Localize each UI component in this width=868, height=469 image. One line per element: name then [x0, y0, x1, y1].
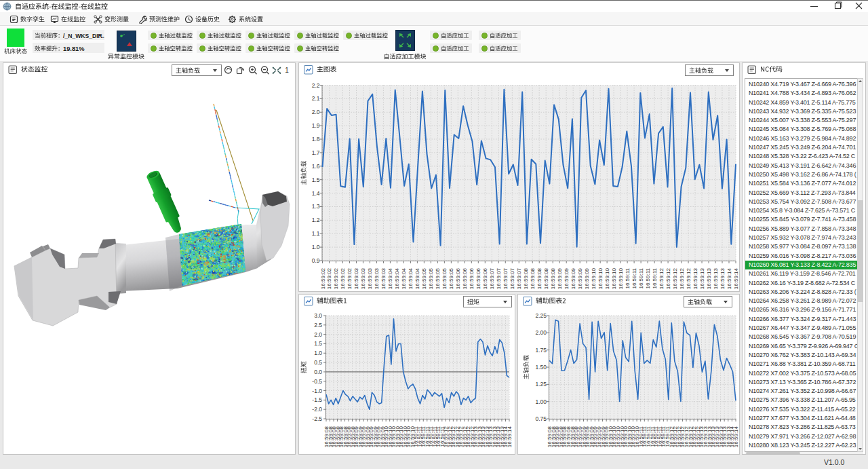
svg-text:0.75: 0.75 — [535, 415, 547, 422]
svg-text:16:59:03: 16:59:03 — [353, 267, 359, 289]
svg-text:2.25: 2.25 — [535, 312, 547, 319]
svg-text:16:59:14: 16:59:14 — [507, 426, 513, 447]
svg-text:2.00: 2.00 — [535, 329, 547, 336]
svg-text:-1.5: -1.5 — [312, 396, 322, 403]
svg-text:1.75: 1.75 — [535, 347, 547, 354]
svg-text:16:59:05: 16:59:05 — [421, 267, 427, 289]
svg-text:16:59:08: 16:59:08 — [550, 267, 556, 289]
svg-text:2.0: 2.0 — [312, 109, 320, 115]
svg-text:1.4: 1.4 — [312, 190, 320, 197]
svg-text:16:59:13: 16:59:13 — [713, 267, 719, 289]
svg-text:16:59:12: 16:59:12 — [658, 267, 665, 289]
svg-text:-2.0: -2.0 — [312, 406, 322, 413]
svg-text:0.0: 0.0 — [314, 369, 322, 375]
svg-text:0.9: 0.9 — [312, 257, 320, 264]
svg-text:16:59:11: 16:59:11 — [645, 267, 651, 288]
svg-text:16:59:13: 16:59:13 — [699, 267, 705, 289]
svg-text:16:59:11: 16:59:11 — [652, 267, 658, 288]
svg-text:16:59:04: 16:59:04 — [387, 267, 393, 289]
svg-text:16:59:14: 16:59:14 — [733, 426, 739, 447]
svg-text:16:59:13: 16:59:13 — [719, 267, 726, 289]
svg-text:1.25: 1.25 — [535, 381, 547, 388]
svg-text:1.9: 1.9 — [312, 122, 320, 129]
svg-text:16:59:12: 16:59:12 — [665, 267, 671, 289]
svg-text:19.81%: 19.81% — [63, 45, 85, 52]
svg-text:16:59:02: 16:59:02 — [326, 267, 332, 289]
svg-text:16:59:03: 16:59:03 — [374, 267, 380, 289]
svg-text:2.2: 2.2 — [312, 82, 320, 89]
svg-text:16:59:02: 16:59:02 — [333, 267, 339, 289]
svg-text:16:59:09: 16:59:09 — [557, 267, 563, 289]
svg-text:1.5: 1.5 — [314, 340, 322, 347]
svg-text:16:59:04: 16:59:04 — [408, 267, 414, 289]
svg-text:1.1: 1.1 — [312, 230, 320, 237]
svg-text:16:59:07: 16:59:07 — [502, 267, 509, 289]
svg-text:1.6: 1.6 — [312, 163, 320, 170]
svg-text:16:59:07: 16:59:07 — [509, 267, 515, 289]
svg-text:16:59:05: 16:59:05 — [448, 267, 454, 289]
svg-text:16:59:02: 16:59:02 — [347, 267, 353, 289]
svg-text:16:59:04: 16:59:04 — [401, 267, 407, 289]
svg-text:-2.5: -2.5 — [312, 415, 322, 422]
svg-text:16:59:02: 16:59:02 — [320, 267, 326, 289]
svg-text:16:59:07: 16:59:07 — [496, 267, 502, 289]
svg-text:16:59:14: 16:59:14 — [733, 267, 739, 289]
svg-text:16:59:02: 16:59:02 — [340, 267, 346, 289]
svg-text:1.00: 1.00 — [535, 398, 547, 405]
svg-text:1.5: 1.5 — [312, 176, 320, 183]
svg-text:16:59:08: 16:59:08 — [543, 267, 549, 289]
svg-text:16:59:09: 16:59:09 — [564, 267, 570, 289]
svg-text:1.0: 1.0 — [312, 244, 320, 250]
svg-text:16:59:12: 16:59:12 — [679, 267, 685, 289]
svg-text:1.8: 1.8 — [312, 136, 320, 143]
svg-text:1.2: 1.2 — [312, 217, 320, 223]
svg-text:0.5: 0.5 — [314, 359, 322, 366]
svg-text:16:59:06: 16:59:06 — [482, 267, 488, 289]
svg-text:-0.5: -0.5 — [312, 378, 322, 385]
svg-text:16:59:07: 16:59:07 — [489, 267, 495, 289]
svg-text:16:59:03: 16:59:03 — [380, 267, 387, 289]
svg-text:16:59:11: 16:59:11 — [625, 267, 631, 288]
svg-text:1.3: 1.3 — [312, 203, 320, 210]
svg-text:16:59:03: 16:59:03 — [360, 267, 366, 289]
svg-text:16:59:03: 16:59:03 — [367, 267, 373, 289]
svg-text:16:59:06: 16:59:06 — [469, 267, 475, 289]
svg-text:16:59:04: 16:59:04 — [414, 267, 420, 289]
svg-text:16:59:08: 16:59:08 — [530, 267, 536, 289]
svg-text:16:59:12: 16:59:12 — [686, 267, 692, 289]
svg-text:16:59:09: 16:59:09 — [570, 267, 576, 289]
svg-text:16:59:14: 16:59:14 — [726, 267, 732, 289]
svg-text:16:59:10: 16:59:10 — [611, 267, 617, 289]
svg-text:16:59:11: 16:59:11 — [631, 267, 637, 288]
svg-text:16:59:10: 16:59:10 — [591, 267, 597, 289]
svg-text:16:59:06: 16:59:06 — [455, 267, 461, 289]
svg-text:16:59:08: 16:59:08 — [523, 267, 529, 289]
svg-text:16:59:05: 16:59:05 — [441, 267, 448, 289]
svg-text:/_N_WKS_DIR...: /_N_WKS_DIR... — [63, 33, 104, 39]
svg-text:1.0: 1.0 — [314, 350, 322, 356]
svg-text:1.7: 1.7 — [312, 149, 320, 156]
svg-text:16:59:10: 16:59:10 — [604, 267, 610, 289]
svg-text:3.0: 3.0 — [314, 312, 322, 319]
svg-text:16:59:11: 16:59:11 — [638, 267, 644, 288]
svg-text:16:59:05: 16:59:05 — [428, 267, 434, 289]
svg-text:16:59:13: 16:59:13 — [706, 267, 712, 289]
svg-text:16:59:06: 16:59:06 — [462, 267, 468, 289]
svg-text:16:59:10: 16:59:10 — [618, 267, 624, 289]
svg-text:1.50: 1.50 — [535, 364, 547, 371]
svg-text:16:59:09: 16:59:09 — [577, 267, 583, 289]
svg-text:16:59:09: 16:59:09 — [584, 267, 590, 289]
svg-text:2.1: 2.1 — [312, 95, 320, 102]
svg-text:V1.0.0: V1.0.0 — [824, 458, 845, 466]
svg-text:16:59:04: 16:59:04 — [394, 267, 400, 289]
svg-text:16:59:05: 16:59:05 — [435, 267, 441, 289]
svg-text:16:59:07: 16:59:07 — [516, 267, 522, 289]
svg-text:2.0: 2.0 — [314, 331, 322, 338]
svg-text:-1.0: -1.0 — [312, 388, 322, 394]
svg-text:16:59:13: 16:59:13 — [692, 267, 698, 289]
svg-text:16:59:12: 16:59:12 — [672, 267, 678, 289]
svg-text:16:59:06: 16:59:06 — [475, 267, 481, 289]
svg-text:16:59:08: 16:59:08 — [536, 267, 542, 289]
svg-text:16:59:10: 16:59:10 — [597, 267, 604, 289]
svg-text:2.5: 2.5 — [314, 322, 322, 329]
